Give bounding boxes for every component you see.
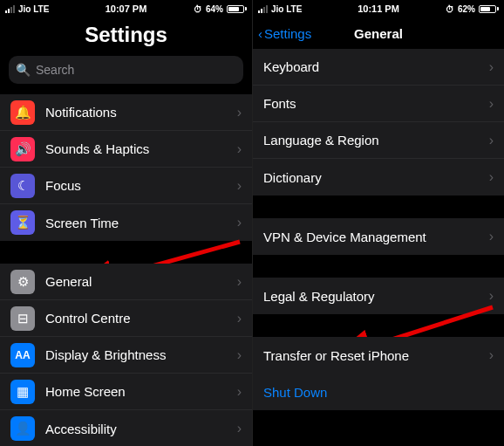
chevron-right-icon: › [237,311,242,326]
row-label: Accessibility [45,422,237,436]
row-label: Notifications [45,105,237,120]
chevron-right-icon: › [489,133,494,148]
row-label: Sounds & Haptics [45,141,237,156]
row-label: Fonts [263,96,489,111]
shutdown-row[interactable]: Shut Down [253,374,504,410]
row-label: Dictionary [263,170,489,185]
row-controlcentre[interactable]: ⊟Control Centre› [0,300,252,337]
search-input[interactable]: 🔍 Search [9,56,243,84]
chevron-right-icon: › [237,274,242,290]
row-label: Transfer or Reset iPhone [263,348,489,363]
row-language[interactable]: Language & Region› [253,122,504,159]
speaker-icon: 🔊 [10,137,35,161]
page-title: Settings [0,17,252,56]
battery-icon [479,5,499,13]
back-button[interactable]: ‹ Settings [258,26,311,41]
chevron-right-icon: › [237,215,242,230]
row-keyboard[interactable]: Keyboard› [253,49,504,86]
gear-icon: ⚙︎ [10,270,35,294]
battery-icon [227,5,247,13]
row-label: VPN & Device Management [263,230,489,244]
nav-bar: ‹ Settings General [253,17,504,49]
row-transfer[interactable]: Transfer or Reset iPhone› [253,337,504,374]
row-label: Screen Time [45,216,237,230]
row-sounds[interactable]: 🔊Sounds & Haptics› [0,131,252,168]
status-bar: Jio LTE 10:07 PM ⏱ 64% [0,0,252,17]
row-label: Display & Brightness [45,347,237,362]
chevron-right-icon: › [237,347,242,363]
chevron-right-icon: › [237,384,242,400]
row-label: Keyboard [263,59,489,74]
row-accessibility[interactable]: 👤Accessibility› [0,410,252,446]
chevron-right-icon: › [489,169,494,185]
chevron-right-icon: › [237,178,242,194]
page-title: General [354,26,403,41]
chevron-right-icon: › [489,96,494,112]
row-label: Home Screen [45,384,237,399]
status-bar: Jio LTE 10:11 PM ⏱ 62% [253,0,504,17]
chevron-left-icon: ‹ [258,26,262,41]
chevron-right-icon: › [489,59,494,75]
row-notifications[interactable]: 🔔Notifications› [0,94,252,131]
row-fonts[interactable]: Fonts› [253,86,504,122]
bell-icon: 🔔 [10,100,35,125]
row-vpn[interactable]: VPN & Device Management› [253,218,504,255]
row-label: Language & Region [263,133,489,148]
grid-icon: ▦ [10,380,35,404]
row-legal[interactable]: Legal & Regulatory› [253,278,504,314]
clock-label: 10:11 PM [253,3,504,14]
back-label: Settings [264,26,311,41]
row-label: Focus [45,178,237,193]
row-dictionary[interactable]: Dictionary› [253,159,504,196]
row-label: General [45,274,237,289]
switches-icon: ⊟ [10,306,35,331]
moon-icon: ☾ [10,174,35,198]
row-display[interactable]: AADisplay & Brightness› [0,337,252,374]
chevron-right-icon: › [237,105,242,120]
chevron-right-icon: › [489,288,494,304]
row-screentime[interactable]: ⏳Screen Time› [0,204,252,241]
general-screen: Jio LTE 10:11 PM ⏱ 62% ‹ Settings Genera… [252,0,504,446]
chevron-right-icon: › [489,229,494,244]
search-icon: 🔍 [16,63,31,77]
aa-icon: AA [10,343,35,367]
chevron-right-icon: › [237,141,242,157]
row-focus[interactable]: ☾Focus› [0,168,252,204]
row-general[interactable]: ⚙︎General› [0,264,252,300]
hourglass-icon: ⏳ [10,210,35,235]
row-homescreen[interactable]: ▦Home Screen› [0,374,252,410]
row-label: Legal & Regulatory [263,289,489,304]
search-placeholder: Search [36,63,74,77]
person-icon: 👤 [10,416,35,441]
clock-label: 10:07 PM [0,3,252,14]
chevron-right-icon: › [489,347,494,363]
chevron-right-icon: › [237,421,242,436]
settings-screen: Jio LTE 10:07 PM ⏱ 64% Settings 🔍 Search… [0,0,252,446]
row-label: Control Centre [45,311,237,326]
shutdown-label: Shut Down [263,385,494,400]
